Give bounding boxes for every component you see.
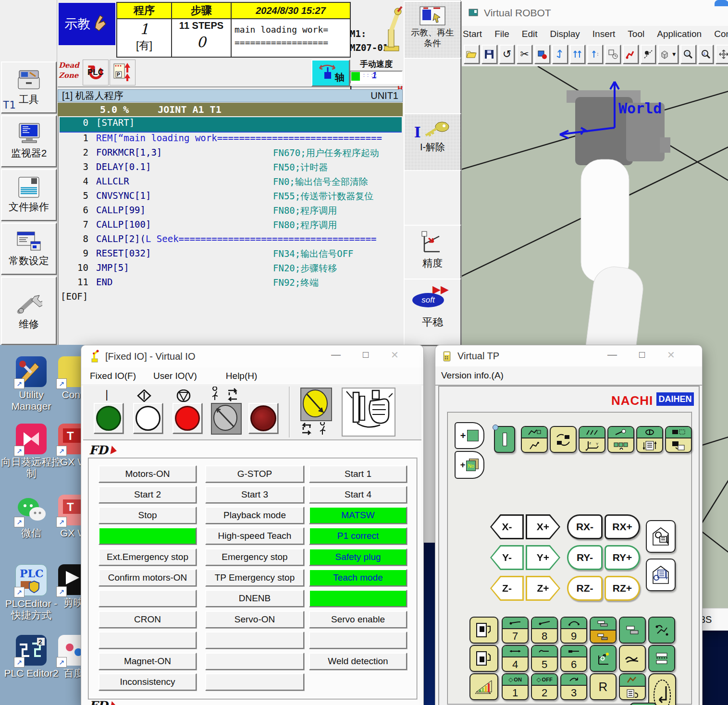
jog-key-y-plus[interactable]: Y+ [526, 545, 560, 570]
jog-key-y-minus[interactable]: Y- [490, 545, 524, 570]
menu-edit[interactable]: Edit [522, 29, 538, 39]
zoom-page-button[interactable] [680, 45, 696, 64]
maximize-button[interactable]: □ [363, 349, 369, 361]
io-button-blank-4[interactable] [99, 632, 197, 649]
menu-file[interactable]: File [494, 29, 509, 39]
key-8[interactable]: 8 [531, 617, 558, 644]
zoom-plusminus-button[interactable]: ± [698, 45, 714, 64]
start-pushbutton[interactable] [133, 403, 163, 434]
io-button-inconsistency[interactable]: Inconsistency [99, 673, 197, 691]
io-button-g-stop[interactable]: G-STOP [205, 465, 304, 483]
open-button[interactable] [464, 45, 480, 64]
io-button-playback-mode[interactable]: Playback mode [205, 507, 304, 524]
accuracy-button[interactable]: 精度 [404, 225, 461, 280]
unit-mech-key[interactable] [521, 426, 548, 453]
multi-axis-button[interactable] [570, 45, 586, 64]
sync-coop-key[interactable] [550, 426, 577, 453]
add-page-key[interactable]: + No [455, 451, 484, 479]
key-io-door-2[interactable] [469, 645, 498, 672]
program-listing[interactable]: 0[START] 1REM[“main loading work========… [58, 116, 404, 345]
menu-fixed-io[interactable]: Fixed IO(F) [90, 371, 136, 381]
jog-key-z-minus[interactable]: Z- [490, 576, 524, 601]
motors-on-pushbutton[interactable] [94, 403, 123, 434]
minimize-button[interactable]: — [607, 349, 617, 361]
pan-button[interactable] [716, 45, 728, 64]
minimize-button[interactable]: — [331, 349, 341, 361]
io-button-high-speed-teach[interactable]: High-speed Teach [205, 527, 304, 545]
io-lamp-p1-correct[interactable]: P1 correct [309, 527, 407, 545]
program-line[interactable]: 5CNVSYNC[1]FN55;传送带计数器复位 [60, 190, 402, 205]
sidebar-item-constant-setting[interactable]: 常数设定 [1, 223, 57, 275]
io-lamp-teach-mode[interactable]: Teach mode [309, 569, 407, 586]
key-6[interactable]: 6 [560, 645, 587, 672]
axis-tool-button[interactable] [552, 45, 568, 64]
program-line[interactable]: 9RESET[032]FN34;输出信号OFF [60, 248, 402, 262]
io-lamp-blank-3[interactable] [309, 590, 407, 607]
io-button-blank-7[interactable] [205, 653, 304, 670]
io-button-blank-2[interactable] [99, 590, 197, 607]
menu-help[interactable]: Help(H) [226, 371, 257, 381]
program-line[interactable]: 7CALLP[100]FN80;程序调用 [60, 219, 402, 233]
jog-key-ry-plus[interactable]: RY+ [605, 545, 640, 570]
sidebar-item-maintenance[interactable]: 维修 [1, 277, 57, 345]
io-button-blank-5[interactable] [205, 632, 304, 649]
key-9[interactable]: 9 [560, 617, 587, 644]
right-blank-button-1[interactable] [404, 58, 461, 114]
jog-key-rx-plus[interactable]: RX+ [605, 514, 640, 539]
maximize-button[interactable]: □ [639, 349, 645, 361]
check-search-key[interactable] [646, 520, 676, 553]
key-overlap-insert[interactable] [590, 617, 617, 644]
program-line[interactable]: 8CALLP[2](L_Seek========================… [60, 233, 402, 248]
add-step-key[interactable]: + [455, 422, 484, 449]
io-button-magnet-on[interactable]: Magnet-ON [99, 653, 197, 670]
virtual-tp-titlebar[interactable]: Virtual TP — □ ✕ [435, 345, 702, 366]
axis-coordinate-button[interactable]: 轴 [311, 60, 350, 86]
view-cube-button[interactable]: ▼ [658, 45, 678, 64]
menu-tool[interactable]: Tool [628, 29, 644, 39]
jog-key-x-minus[interactable]: X- [490, 514, 524, 539]
close-button[interactable]: ✕ [667, 349, 675, 361]
jog-key-x-plus[interactable]: X+ [526, 514, 560, 539]
sidebar-item-monitor2[interactable]: 监视器2 [1, 115, 57, 167]
io-button-weld-detection[interactable]: Weld detection [309, 653, 407, 670]
io-button-motors-on[interactable]: Motors-ON [99, 465, 197, 483]
key-io-door-1[interactable] [469, 617, 498, 644]
program-line[interactable]: 6CALLP[99]FN80;程序调用 [60, 205, 402, 219]
io-button-start1[interactable]: Start 1 [309, 465, 407, 483]
io-button-emergency-stop[interactable]: Emergency stop [205, 548, 304, 566]
key-2[interactable]: ◇OFF2 [531, 673, 558, 700]
enable-grip-switch[interactable] [342, 388, 395, 437]
coord-system-key[interactable]: xYz [579, 426, 605, 453]
save-button[interactable] [481, 45, 497, 64]
key-robot-path[interactable] [648, 617, 675, 644]
menu-display[interactable]: Display [550, 29, 580, 39]
menu-user-io[interactable]: User IO(V) [153, 371, 197, 381]
interference-release-button[interactable]: I I-解除 [404, 113, 461, 171]
io-lamp-blank-1[interactable] [99, 527, 197, 545]
robot-teach-button[interactable] [623, 45, 639, 64]
menu-insert[interactable]: Insert [592, 29, 616, 39]
io-button-start3[interactable]: Start 3 [205, 486, 304, 503]
io-lamp-safety-plug[interactable]: Safety plug [309, 548, 407, 566]
menu-start[interactable]: Start [463, 29, 482, 39]
io-button-ext-emergency-stop[interactable]: Ext.Emergency stop [99, 548, 197, 566]
jog-key-rx-minus[interactable]: RX- [567, 514, 603, 539]
screen-switch-key[interactable] [665, 426, 692, 453]
jog-key-rz-plus[interactable]: RZ+ [605, 576, 640, 601]
program-line[interactable]: 4ALLCLRFN0;输出信号全部清除 [60, 176, 402, 190]
io-button-confirm-motors-on[interactable]: Confirm motors-ON [99, 569, 197, 586]
speed-bar[interactable]: 1 : : : : [350, 71, 403, 84]
key-5[interactable]: 5 [531, 645, 558, 672]
program-line-0-selected[interactable]: 0[START] [60, 117, 402, 133]
axis-ghost-button[interactable] [587, 45, 603, 64]
menu-config[interactable]: Config [714, 29, 728, 39]
mode-selector-switch[interactable] [211, 403, 242, 435]
menu-application[interactable]: Application [657, 29, 702, 39]
io-button-stop[interactable]: Stop [99, 507, 197, 524]
jog-key-ry-minus[interactable]: RY- [567, 545, 603, 570]
key-speed-override[interactable] [469, 673, 498, 700]
program-line[interactable]: 11ENDFN92;终端 [60, 277, 402, 291]
io-button-dnenb[interactable]: DNENB [205, 590, 304, 607]
teach-selector-switch[interactable] [300, 388, 332, 421]
emergency-stop-button[interactable] [248, 403, 278, 434]
